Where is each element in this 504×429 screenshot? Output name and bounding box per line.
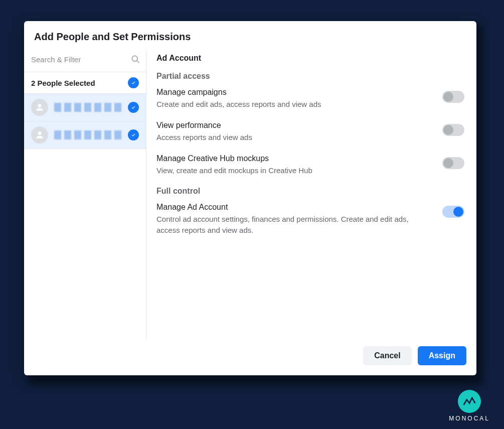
assign-button[interactable]: Assign — [418, 346, 466, 365]
toggle-manage-campaigns[interactable] — [442, 91, 464, 103]
perm-title: View performance — [156, 121, 433, 130]
partial-access-heading: Partial access — [156, 72, 464, 81]
perm-manage-campaigns: Manage campaigns Create and edit ads, ac… — [156, 88, 464, 110]
modal-title: Add People and Set Permissions — [24, 21, 476, 50]
permissions-pane: Ad Account Partial access Manage campaig… — [146, 50, 476, 339]
person-name-redacted — [54, 130, 122, 139]
svg-line-1 — [137, 61, 139, 63]
person-row[interactable] — [24, 94, 146, 121]
perm-desc: View, create and edit mockups in Creativ… — [156, 165, 433, 176]
search-input[interactable] — [31, 55, 126, 64]
brand-name: MONOCAL — [449, 415, 490, 422]
search-row — [24, 50, 146, 72]
people-pane: 2 People Selected — [24, 50, 146, 339]
cancel-button[interactable]: Cancel — [363, 346, 411, 365]
perm-view-performance: View performance Access reports and view… — [156, 121, 464, 143]
brand-logo: MONOCAL — [449, 390, 490, 422]
permissions-modal: Add People and Set Permissions 2 People … — [24, 21, 476, 375]
selected-count-label: 2 People Selected — [31, 79, 95, 87]
full-control-heading: Full control — [156, 187, 464, 196]
perm-title: Manage campaigns — [156, 88, 433, 97]
right-section-title: Ad Account — [156, 54, 464, 63]
selected-summary-row[interactable]: 2 People Selected — [24, 72, 146, 94]
brand-mark-icon — [458, 390, 481, 413]
person-row[interactable] — [24, 121, 146, 149]
modal-footer: Cancel Assign — [24, 339, 476, 375]
avatar — [31, 126, 48, 144]
perm-creative-hub: Manage Creative Hub mockups View, create… — [156, 154, 464, 176]
perm-title: Manage Ad Account — [156, 203, 433, 212]
person-name-redacted — [54, 103, 122, 112]
toggle-creative-hub[interactable] — [442, 157, 464, 169]
avatar — [31, 99, 48, 116]
perm-desc: Control ad account settings, finances an… — [156, 214, 433, 236]
toggle-view-performance[interactable] — [442, 124, 464, 136]
search-icon[interactable] — [130, 53, 140, 66]
check-icon — [128, 129, 139, 140]
check-icon — [128, 77, 139, 88]
perm-desc: Create and edit ads, access reports and … — [156, 99, 433, 110]
perm-desc: Access reports and view ads — [156, 132, 433, 143]
perm-manage-ad-account: Manage Ad Account Control ad account set… — [156, 203, 464, 236]
perm-title: Manage Creative Hub mockups — [156, 154, 433, 163]
check-icon — [128, 102, 139, 113]
toggle-manage-ad-account[interactable] — [442, 206, 464, 218]
modal-body: 2 People Selected — [24, 50, 476, 339]
